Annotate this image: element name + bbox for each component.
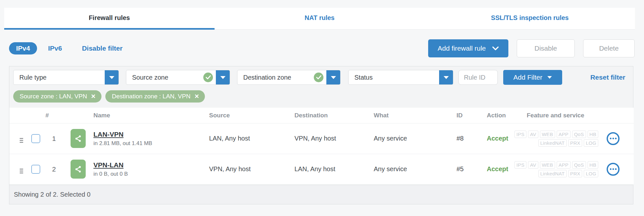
delete-button[interactable]: Delete: [583, 39, 635, 57]
badge-linkednat: LinkedNAT: [538, 139, 567, 147]
header-id: ID: [438, 108, 467, 123]
disable-button[interactable]: Disable: [517, 39, 575, 57]
firewall-rules-page: Firewall rules NAT rules SSL/TLS inspect…: [0, 0, 644, 216]
row-destination: LAN, Any host: [286, 154, 364, 184]
badge-web: WEB: [540, 161, 555, 169]
toolbar: IPv4 IPv6 Disable filter Add firewall ru…: [9, 39, 635, 58]
tab-nat-rules[interactable]: NAT rules: [215, 8, 425, 30]
badge-prx: PRX: [568, 170, 582, 177]
row-action-status: Accept: [467, 123, 512, 154]
dropdown-caret-icon[interactable]: [326, 70, 340, 84]
row-menu-ellipsis-icon[interactable]: [607, 163, 620, 176]
rule-id-input[interactable]: [458, 70, 498, 85]
rule-type-select-label: Rule type: [14, 74, 105, 81]
header-action: Action: [467, 108, 512, 123]
badge-av: AV: [528, 161, 538, 169]
row-checkbox[interactable]: [31, 165, 40, 174]
feature-badges: IPS AV WEB APP QoS HB LinkedNAT PRX: [517, 131, 598, 147]
header-name: Name: [62, 108, 199, 123]
rule-share-icon: [71, 129, 86, 148]
row-checkbox[interactable]: [31, 134, 40, 143]
add-filter-button[interactable]: Add Filter: [503, 70, 562, 85]
header-source: Source: [199, 108, 286, 123]
dropdown-caret-icon[interactable]: [216, 70, 230, 84]
badge-ips: IPS: [514, 131, 526, 138]
row-source: VPN, Any host: [199, 154, 286, 184]
firewall-rules-table: # Name Source Destination What ID Action…: [9, 108, 634, 185]
badge-log: LOG: [584, 170, 598, 177]
rule-name-link[interactable]: VPN-LAN: [93, 161, 123, 169]
check-circle-icon: [314, 73, 323, 82]
row-name-cell: VPN-LAN in 0 B, out 0 B: [62, 154, 199, 184]
table-summary: Showing 2 of 2. Selected 0: [14, 191, 91, 198]
dropdown-caret-icon[interactable]: [439, 70, 453, 84]
badge-app: APP: [557, 131, 571, 138]
delete-button-label: Delete: [599, 44, 619, 52]
dropdown-caret-icon[interactable]: [105, 70, 119, 84]
badge-web: WEB: [540, 131, 555, 138]
feature-badges: IPS AV WEB APP QoS HB LinkedNAT PRX: [517, 161, 598, 177]
ipv4-toggle[interactable]: IPv4: [9, 42, 37, 54]
filter-row: Rule type Source zone Destination zone S…: [9, 66, 633, 88]
tab-firewall-rules[interactable]: Firewall rules: [4, 8, 215, 30]
chevron-down-icon: [492, 46, 499, 51]
header-drag: [9, 108, 29, 123]
source-zone-select[interactable]: Source zone: [126, 70, 230, 85]
badge-qos: QoS: [572, 161, 586, 169]
badge-linkednat: LinkedNAT: [538, 170, 567, 177]
row-number: 2: [45, 154, 62, 184]
row-destination: VPN, Any host: [286, 123, 364, 154]
tab-firewall-rules-label: Firewall rules: [89, 14, 130, 22]
ipv6-toggle[interactable]: IPv6: [48, 44, 62, 52]
row-action-status: Accept: [467, 154, 512, 184]
rule-type-select[interactable]: Rule type: [13, 70, 119, 85]
row-id: #5: [438, 154, 467, 184]
header-destination: Destination: [286, 108, 364, 123]
row-number: 1: [45, 123, 62, 154]
header-feature-and-service: Feature and service: [512, 108, 634, 123]
badge-prx: PRX: [568, 139, 582, 147]
rule-traffic-stats: in 0 B, out 0 B: [93, 171, 128, 177]
row-menu-ellipsis-icon[interactable]: [607, 132, 620, 145]
caret-down-icon: [547, 76, 552, 79]
chip-close-icon[interactable]: ✕: [194, 93, 199, 100]
header-checkbox: [29, 108, 45, 123]
badge-ips: IPS: [514, 161, 526, 169]
disable-filter-link[interactable]: Disable filter: [82, 44, 122, 52]
drag-handle-icon[interactable]: [20, 169, 23, 173]
row-feature-cell: IPS AV WEB APP QoS HB LinkedNAT PRX: [512, 123, 634, 154]
rule-traffic-stats: in 2.81 MB, out 1.41 MB: [93, 140, 152, 147]
add-filter-label: Add Filter: [514, 74, 543, 81]
filter-chip-destination-zone[interactable]: Destination zone : LAN, VPN ✕: [105, 90, 205, 103]
row-check-cell: [29, 154, 45, 184]
chip-close-icon[interactable]: ✕: [91, 93, 96, 100]
filter-chip-source-zone[interactable]: Source zone : LAN, VPN ✕: [13, 90, 101, 103]
row-what: Any service: [364, 123, 438, 154]
row-what: Any service: [364, 154, 438, 184]
destination-zone-select-label: Destination zone: [237, 74, 314, 81]
table-row: 2: [9, 154, 634, 184]
active-filter-chips: Source zone : LAN, VPN ✕ Destination zon…: [9, 88, 633, 108]
row-drag-cell: [9, 123, 29, 154]
reset-filter-link[interactable]: Reset filter: [590, 74, 625, 81]
add-firewall-rule-label: Add firewall rule: [438, 44, 486, 52]
rules-panel: Rule type Source zone Destination zone S…: [9, 66, 633, 204]
badge-hb: HB: [588, 131, 598, 138]
drag-handle-icon[interactable]: [20, 138, 23, 143]
source-zone-select-label: Source zone: [126, 74, 203, 81]
badge-app: APP: [557, 161, 571, 169]
status-select[interactable]: Status: [348, 70, 453, 85]
row-name-cell: LAN-VPN in 2.81 MB, out 1.41 MB: [62, 123, 199, 154]
table-header-row: # Name Source Destination What ID Action…: [9, 108, 634, 123]
tab-ssl-tls-inspection-rules[interactable]: SSL/TLS inspection rules: [425, 8, 635, 30]
destination-zone-select[interactable]: Destination zone: [237, 70, 341, 85]
rule-name-link[interactable]: LAN-VPN: [93, 131, 123, 138]
header-what: What: [364, 108, 438, 123]
filter-chip-label: Destination zone : LAN, VPN: [112, 93, 190, 100]
row-source: LAN, Any host: [199, 123, 286, 154]
badge-av: AV: [528, 131, 538, 138]
rule-share-icon: [71, 160, 86, 179]
badge-hb: HB: [588, 161, 598, 169]
row-drag-cell: [9, 154, 29, 184]
add-firewall-rule-button[interactable]: Add firewall rule: [428, 39, 508, 57]
